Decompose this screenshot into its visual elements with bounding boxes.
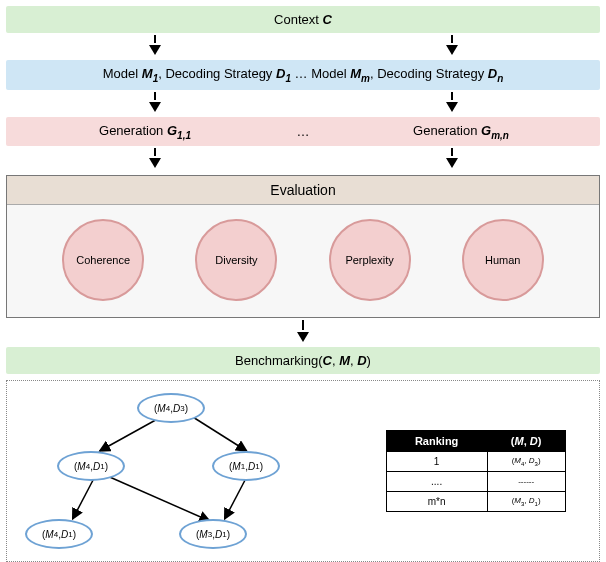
metric-coherence: Coherence — [62, 219, 144, 301]
graph-node-ll: (M4, D1) — [25, 519, 93, 549]
benchmark-label: Benchmarking(C, M, D) — [235, 353, 371, 368]
t: 4 — [166, 404, 170, 413]
arrow-row-1 — [6, 35, 600, 58]
generation-left: Generation G1,1 — [66, 123, 224, 141]
svg-line-2 — [73, 477, 95, 519]
t: 1 — [68, 530, 72, 539]
t: G — [481, 123, 491, 138]
cell-md: (M4, D3) — [487, 452, 565, 472]
table-header-row: Ranking (M, D) — [386, 431, 565, 452]
t: Model — [311, 66, 350, 81]
th-ranking: Ranking — [386, 431, 487, 452]
evaluation-metrics: Coherence Diversity Perplexity Human — [7, 205, 599, 307]
ranking-table-area: Ranking (M, D) 1 (M4, D3) .... ------ m*… — [352, 381, 599, 561]
t: 1 — [535, 501, 538, 507]
metric-label: Coherence — [76, 254, 130, 266]
t: M — [339, 353, 350, 368]
benchmark-band: Benchmarking(C, M, D) — [6, 347, 600, 374]
context-band: Context C — [6, 6, 600, 33]
cell-md: (M3, D1) — [487, 492, 565, 512]
cell-rank: m*n — [386, 492, 487, 512]
context-pre: Context — [274, 12, 322, 27]
t: ) — [538, 435, 542, 447]
model-band: Model M1, Decoding Strategy D1 … Model M… — [6, 60, 600, 90]
model-band-text: Model M1, Decoding Strategy D1 … Model M… — [103, 66, 504, 81]
arrow-down-icon — [149, 35, 161, 58]
table-row: .... ------ — [386, 472, 565, 492]
metric-label: Human — [485, 254, 520, 266]
generation-band: Generation G1,1 … Generation Gm,n — [6, 117, 600, 147]
t: Model — [103, 66, 142, 81]
arrow-down-icon — [149, 148, 161, 171]
t: m,n — [491, 129, 509, 140]
arrow-row-3 — [6, 148, 600, 171]
t: M — [350, 66, 361, 81]
context-symbol: C — [323, 12, 332, 27]
metric-perplexity: Perplexity — [329, 219, 411, 301]
t: Generation — [413, 123, 481, 138]
t: 1 — [241, 462, 245, 471]
t: 4 — [54, 530, 58, 539]
t: n — [497, 73, 503, 84]
cell-rank: .... — [386, 472, 487, 492]
th-md: (M, D) — [487, 431, 565, 452]
t: C — [323, 353, 332, 368]
t: … — [291, 66, 311, 81]
generation-ellipsis: … — [224, 124, 382, 139]
arrow-down-icon — [297, 330, 309, 345]
metric-label: Diversity — [215, 254, 257, 266]
t: M — [515, 435, 524, 447]
t: Benchmarking( — [235, 353, 322, 368]
svg-line-4 — [225, 477, 247, 519]
t: 1 — [255, 462, 259, 471]
table-row: 1 (M4, D3) — [386, 452, 565, 472]
graph-node-r: (M1, D1) — [212, 451, 280, 481]
metric-human: Human — [462, 219, 544, 301]
arrow-row-4 — [6, 320, 600, 345]
t: , Decoding Strategy — [158, 66, 276, 81]
t: D — [357, 353, 366, 368]
t: , Decoding Strategy — [370, 66, 488, 81]
arrow-down-icon — [149, 92, 161, 115]
t: 3 — [208, 530, 212, 539]
t: m — [361, 73, 370, 84]
t: 3 — [535, 461, 538, 467]
t: 3 — [521, 501, 524, 507]
ranking-graph: (M4, D3) (M4, D1) (M1, D1) (M4, D1) (M3,… — [7, 381, 352, 561]
t: D — [530, 435, 538, 447]
graph-node-l: (M4, D1) — [57, 451, 125, 481]
t: 1 — [222, 530, 226, 539]
graph-node-root: (M4, D3) — [137, 393, 205, 423]
svg-line-3 — [110, 477, 210, 521]
t: 4 — [86, 462, 90, 471]
t: 1 — [100, 462, 104, 471]
arrow-down-icon — [446, 35, 458, 58]
cell-md: ------ — [487, 472, 565, 492]
arrow-down-icon — [446, 92, 458, 115]
context-label: Context C — [274, 12, 332, 27]
t: G — [167, 123, 177, 138]
svg-line-1 — [190, 415, 247, 451]
metric-label: Perplexity — [345, 254, 393, 266]
t: Generation — [99, 123, 167, 138]
result-panel: (M4, D3) (M4, D1) (M1, D1) (M4, D1) (M3,… — [6, 380, 600, 562]
metric-diversity: Diversity — [195, 219, 277, 301]
ranking-table: Ranking (M, D) 1 (M4, D3) .... ------ m*… — [386, 430, 566, 512]
graph-node-lr: (M3, D1) — [179, 519, 247, 549]
table-row: m*n (M3, D1) — [386, 492, 565, 512]
generation-right: Generation Gm,n — [382, 123, 540, 141]
arrow-row-2 — [6, 92, 600, 115]
t: D — [276, 66, 285, 81]
evaluation-box: Evaluation Coherence Diversity Perplexit… — [6, 175, 600, 318]
cell-rank: 1 — [386, 452, 487, 472]
t: M — [142, 66, 153, 81]
arrow-down-icon — [446, 148, 458, 171]
t: D — [488, 66, 497, 81]
evaluation-title: Evaluation — [7, 176, 599, 205]
t: ) — [367, 353, 371, 368]
t: 3 — [180, 404, 184, 413]
t: 1,1 — [177, 129, 191, 140]
t: 4 — [521, 461, 524, 467]
